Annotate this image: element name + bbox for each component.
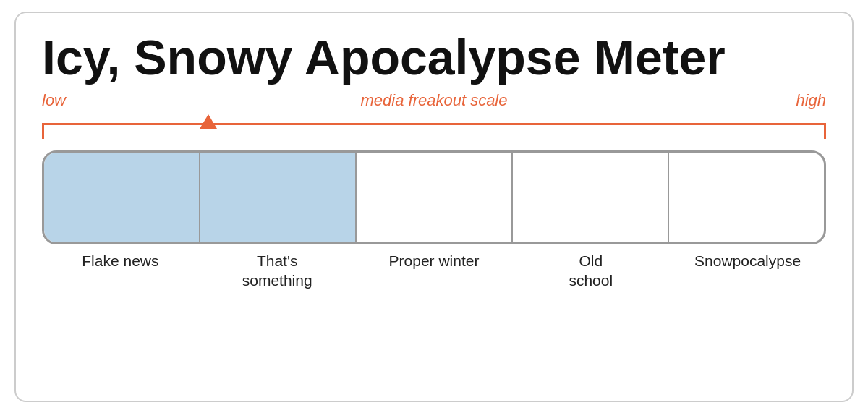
scale-section: low media freakout scale high — [42, 91, 826, 142]
triangle-pointer-icon — [200, 114, 217, 129]
meter-label-1: Flake news — [42, 252, 199, 290]
orange-scale-line — [42, 123, 826, 125]
segment-4 — [513, 153, 669, 242]
segment-2 — [200, 153, 357, 242]
meter-bar — [42, 150, 826, 244]
apocalypse-meter-card: Icy, Snowy Apocalypse Meter low media fr… — [14, 12, 854, 402]
meter-label-4: Oldschool — [512, 252, 669, 290]
scale-center-label: media freakout scale — [361, 91, 508, 110]
meter-label-5: Snowpocalypse — [669, 252, 826, 290]
scale-high-label: high — [796, 91, 826, 110]
scale-bar-container — [42, 116, 826, 142]
segment-1 — [44, 153, 200, 242]
page-title: Icy, Snowy Apocalypse Meter — [42, 30, 826, 85]
segment-3 — [357, 153, 513, 242]
meter-label-3: Proper winter — [356, 252, 513, 290]
meter-label-2: That'ssomething — [199, 252, 356, 290]
meter-dividers — [44, 153, 824, 242]
scale-label-row: low media freakout scale high — [42, 91, 826, 113]
segment-5 — [669, 153, 824, 242]
scale-low-label: low — [42, 91, 66, 110]
meter-labels-row: Flake news That'ssomething Proper winter… — [42, 252, 826, 290]
